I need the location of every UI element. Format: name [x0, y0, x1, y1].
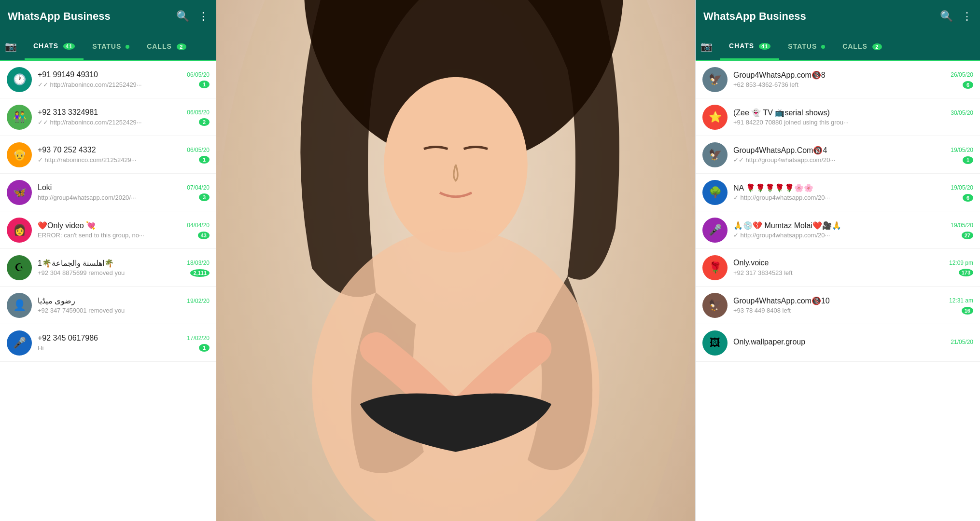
- list-item[interactable]: 🦅Group4WhatsApp.com🔞1012:31 am+93 78 449…: [696, 287, 980, 324]
- chat-content: 1🌴اهلسنة والجماعة🌴18/03/20+92 304 887569…: [38, 259, 210, 277]
- list-item[interactable]: 🌳NA 🌹🌹🌹🌹🌹🌸🌸19/05/20✓ http://group4whatsa…: [696, 174, 980, 211]
- list-item[interactable]: 🎤+92 345 061798617/02/20Hi1: [0, 324, 216, 362]
- list-item[interactable]: 👫+92 313 332498106/05/20✓✓ http://raboni…: [0, 98, 216, 136]
- right-tabs: 📷 CHATS 41 STATUS CALLS 2: [696, 33, 980, 61]
- chat-time: 19/02/20: [187, 298, 210, 304]
- chat-name: +93 70 252 4332: [38, 146, 96, 154]
- chat-content: Group4WhatsApp.com🔞826/05/20+62 853-4362…: [733, 70, 973, 89]
- camera-icon[interactable]: 📷: [5, 41, 17, 52]
- right-menu-icon[interactable]: ⋮: [962, 10, 972, 23]
- chat-name: Loki: [38, 183, 52, 192]
- left-tabs: 📷 CHATS 41 STATUS CALLS 2: [0, 33, 216, 61]
- right-tab-calls[interactable]: CALLS 2: [834, 34, 891, 59]
- avatar: 🎤: [7, 330, 32, 356]
- chat-time: 07/04/20: [187, 184, 210, 191]
- chat-time: 19/05/20: [951, 222, 973, 229]
- left-chat-list: 🕐+91 99149 4931006/05/20✓✓ http://raboni…: [0, 61, 216, 521]
- left-header: WhatsApp Business 🔍 ⋮: [0, 0, 216, 33]
- chat-time: 06/05/20: [187, 147, 210, 153]
- status-dot: [126, 45, 129, 49]
- chat-name: Only.voice: [733, 259, 769, 267]
- right-tab-chats[interactable]: CHATS 41: [720, 33, 779, 60]
- list-item[interactable]: 🦅Group4WhatsApp.com🔞826/05/20+62 853-436…: [696, 61, 980, 98]
- avatar: 🦅: [702, 293, 728, 318]
- chat-time: 12:31 am: [949, 297, 973, 304]
- chats-badge: 41: [63, 43, 75, 50]
- avatar: 👩: [7, 218, 32, 243]
- chat-name: NA 🌹🌹🌹🌹🌹🌸🌸: [733, 183, 813, 192]
- right-search-icon[interactable]: 🔍: [940, 10, 953, 23]
- chat-time: 30/05/20: [951, 110, 973, 116]
- chat-name: Only.wallpaper.group: [733, 338, 805, 346]
- chat-content: +93 70 252 433206/05/20✓ http://raboninc…: [38, 146, 210, 164]
- chat-preview: http://group4whatsapp.com/2020/···: [38, 194, 136, 201]
- unread-badge: 3: [199, 193, 210, 201]
- list-item[interactable]: 🕐+91 99149 4931006/05/20✓✓ http://raboni…: [0, 61, 216, 98]
- list-item[interactable]: 🦅Group4WhatsApp.Com🔞419/05/20✓✓ http://g…: [696, 136, 980, 174]
- chat-preview: ERROR: can't send to this group, no···: [38, 232, 144, 239]
- tab-chats[interactable]: CHATS 41: [25, 33, 84, 60]
- chat-preview: ✓✓ http://raboninco.com/21252429···: [38, 119, 142, 126]
- avatar: 🎤: [702, 218, 728, 243]
- right-tab-chats-label: CHATS: [729, 42, 754, 50]
- right-tab-status[interactable]: STATUS: [779, 34, 834, 59]
- list-item[interactable]: ☪1🌴اهلسنة والجماعة🌴18/03/20+92 304 88756…: [0, 249, 216, 287]
- chat-name: رضوی میڈیا: [38, 296, 75, 305]
- right-chat-list: 🦅Group4WhatsApp.com🔞826/05/20+62 853-436…: [696, 61, 980, 521]
- chat-name: Group4WhatsApp.Com🔞4: [733, 146, 827, 155]
- chat-preview: ✓ http://group4whatsapp.com/20···: [733, 194, 830, 201]
- chat-time: 18/03/20: [187, 260, 210, 266]
- middle-panel: [216, 0, 695, 521]
- list-item[interactable]: 👴+93 70 252 433206/05/20✓ http://rabonin…: [0, 136, 216, 174]
- chat-name: 🙏💿💔 Mumtaz Molai❤️🎥🙏: [733, 221, 841, 230]
- avatar: 🦋: [7, 180, 32, 205]
- chat-content: Only.voice12:09 pm+92 317 3834523 left17…: [733, 259, 973, 276]
- tab-status-label: STATUS: [92, 42, 121, 50]
- chat-time: 12:09 pm: [949, 260, 973, 266]
- list-item[interactable]: ⭐(Zee 👻 TV 📺serial shows)30/05/20+91 842…: [696, 98, 980, 136]
- tab-calls[interactable]: CALLS 2: [138, 34, 195, 59]
- right-status-dot: [821, 45, 825, 49]
- avatar: 🌳: [702, 180, 728, 205]
- chat-preview: ✓✓ http://raboninco.com/21252429···: [38, 81, 142, 88]
- list-item[interactable]: 👩❤️Only video 💘04/04/20ERROR: can't send…: [0, 211, 216, 249]
- unread-badge: 173: [959, 269, 973, 276]
- right-tab-status-label: STATUS: [788, 42, 817, 50]
- calls-badge: 2: [177, 43, 186, 50]
- menu-icon[interactable]: ⋮: [198, 10, 209, 23]
- unread-badge: 2: [199, 118, 210, 126]
- list-item[interactable]: 🦋Loki07/04/20http://group4whatsapp.com/2…: [0, 174, 216, 211]
- chat-preview: +93 78 449 8408 left: [733, 307, 791, 314]
- chat-content: (Zee 👻 TV 📺serial shows)30/05/20+91 8422…: [733, 108, 973, 126]
- list-item[interactable]: 🎤🙏💿💔 Mumtaz Molai❤️🎥🙏19/05/20✓ http://gr…: [696, 211, 980, 249]
- chat-preview: +92 317 3834523 left: [733, 269, 793, 276]
- chat-content: Only.wallpaper.group21/05/20: [733, 338, 973, 348]
- unread-badge: 1: [963, 156, 973, 164]
- tab-calls-label: CALLS: [147, 42, 172, 50]
- chat-content: ❤️Only video 💘04/04/20ERROR: can't send …: [38, 221, 210, 239]
- chat-time: 21/05/20: [951, 339, 973, 345]
- chat-preview: +92 347 7459001 removed you: [38, 307, 125, 314]
- right-header: WhatsApp Business 🔍 ⋮: [696, 0, 980, 33]
- avatar: ☪: [7, 255, 32, 280]
- unread-badge: 1: [199, 81, 210, 88]
- right-camera-icon[interactable]: 📷: [700, 41, 713, 52]
- unread-badge: 16: [962, 307, 973, 315]
- unread-badge: 6: [963, 194, 973, 202]
- list-item[interactable]: 🖼Only.wallpaper.group21/05/20: [696, 324, 980, 362]
- tab-status[interactable]: STATUS: [84, 34, 138, 59]
- list-item[interactable]: 👤رضوی میڈیا19/02/20+92 347 7459001 remov…: [0, 287, 216, 324]
- chat-content: +92 313 332498106/05/20✓✓ http://rabonin…: [38, 108, 210, 126]
- right-app-title: WhatsApp Business: [703, 10, 806, 23]
- chat-content: Loki07/04/20http://group4whatsapp.com/20…: [38, 183, 210, 201]
- left-header-icons: 🔍 ⋮: [176, 10, 209, 23]
- chat-preview: ✓✓ http://group4whatsapp.com/20···: [733, 156, 835, 164]
- list-item[interactable]: 🌹Only.voice12:09 pm+92 317 3834523 left1…: [696, 249, 980, 287]
- chat-content: Group4WhatsApp.com🔞1012:31 am+93 78 449 …: [733, 296, 973, 315]
- search-icon[interactable]: 🔍: [176, 10, 189, 23]
- chat-name: ❤️Only video 💘: [38, 221, 96, 230]
- chat-time: 06/05/20: [187, 71, 210, 78]
- chat-preview: +62 853-4362-6736 left: [733, 81, 798, 88]
- left-app-title: WhatsApp Business: [8, 10, 111, 23]
- avatar: 👫: [7, 105, 32, 130]
